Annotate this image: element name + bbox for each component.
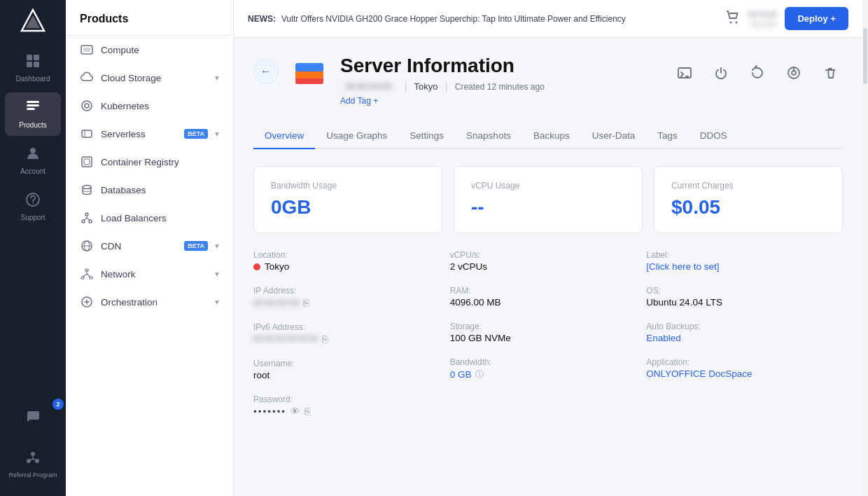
add-tag-link[interactable]: Add Tag + <box>340 96 378 106</box>
info-password: Password: ••••••• 👁 ⎘ <box>253 394 450 417</box>
svg-point-23 <box>83 186 91 189</box>
scrollbar-thumb <box>863 28 867 84</box>
tab-overview[interactable]: Overview <box>253 123 315 149</box>
container-registry-label: Container Registry <box>101 157 219 167</box>
svg-point-17 <box>85 104 89 108</box>
deploy-button[interactable]: Deploy + <box>785 7 848 30</box>
bandwidth-info-label: Bandwidth: <box>450 357 647 367</box>
user-balance: ••• ••,••• <box>748 10 776 20</box>
separator: | <box>404 81 407 93</box>
charges-label: Current Charges <box>671 181 825 191</box>
info-label-field: Label: [Click here to set] <box>646 250 843 272</box>
back-button[interactable]: ← <box>253 59 279 84</box>
username-value: root <box>253 370 450 380</box>
label-label: Label: <box>646 250 843 260</box>
load-balancers-label: Load Balancers <box>101 213 219 223</box>
sidebar-item-serverless[interactable]: Serverless BETA ▾ <box>66 120 233 148</box>
stats-row: Bandwidth Usage 0GB vCPU Usage -- Curren… <box>253 166 843 233</box>
referral-label: Referral Program <box>8 471 57 479</box>
tab-backups[interactable]: Backups <box>522 123 581 149</box>
nav-item-account[interactable]: Account <box>5 139 61 182</box>
stat-card-charges: Current Charges $0.05 <box>654 166 843 233</box>
chat-icon <box>25 408 41 427</box>
server-tabs: Overview Usage Graphs Settings Snapshots… <box>253 123 843 149</box>
nav-item-dashboard[interactable]: Dashboard <box>5 46 61 90</box>
ip-blurred: ••• ••• ••• ••• <box>253 298 299 308</box>
location-label: Location: <box>253 250 450 260</box>
nav-item-chat[interactable]: 2 <box>5 401 61 434</box>
app-logo[interactable] <box>19 7 47 35</box>
sidebar-item-container-registry[interactable]: Container Registry <box>66 148 233 176</box>
cdn-badge: BETA <box>184 241 208 251</box>
sidebar-item-databases[interactable]: Databases <box>66 176 233 204</box>
bandwidth-link[interactable]: 0 GB <box>450 369 472 380</box>
tab-tags[interactable]: Tags <box>646 123 689 149</box>
tab-usage-graphs[interactable]: Usage Graphs <box>315 123 398 149</box>
auto-backups-link[interactable]: Enabled <box>646 333 681 343</box>
account-label: Account <box>20 167 46 175</box>
tab-user-data[interactable]: User-Data <box>581 123 647 149</box>
stat-card-bandwidth: Bandwidth Usage 0GB <box>253 166 442 233</box>
databases-label: Databases <box>101 185 219 195</box>
server-area: ← Server Information ••• ••• ••• ••• | T… <box>234 38 862 496</box>
nav-item-support[interactable]: Support <box>5 185 61 228</box>
ram-label: RAM: <box>450 286 647 296</box>
compute-label: Compute <box>101 45 219 55</box>
username-label: Username: <box>253 359 450 368</box>
restart-icon[interactable] <box>745 60 770 85</box>
svg-point-35 <box>736 22 738 24</box>
media-icon[interactable] <box>781 60 806 85</box>
info-application: Application: ONLYOFFICE DocSpace <box>646 357 843 379</box>
application-link[interactable]: ONLYOFFICE DocSpace <box>646 368 752 379</box>
svg-point-18 <box>82 101 92 111</box>
user-balance-info: ••• ••,••• •••,••,••• <box>748 10 776 28</box>
ram-value: 4096.00 MB <box>450 297 647 308</box>
power-icon[interactable] <box>708 60 734 85</box>
kubernetes-label: Kubernetes <box>101 101 219 111</box>
scrollbar[interactable] <box>862 0 868 496</box>
svg-point-9 <box>30 148 36 153</box>
svg-rect-30 <box>85 269 88 271</box>
user-sub: •••,••,••• <box>748 20 776 28</box>
sidebar-item-compute[interactable]: Compute <box>66 36 233 64</box>
cloud-storage-icon <box>80 71 94 85</box>
top-right-area: ••• ••,••• •••,••,••• Deploy + <box>724 7 848 30</box>
tab-snapshots[interactable]: Snapshots <box>455 123 522 149</box>
cart-icon[interactable] <box>724 9 740 28</box>
network-icon <box>80 267 94 281</box>
tab-ddos[interactable]: DDOS <box>689 123 738 149</box>
os-label: OS: <box>646 286 843 296</box>
server-location: Tokyo <box>414 81 438 92</box>
svg-point-26 <box>89 220 92 223</box>
location-value: Tokyo <box>253 261 450 272</box>
nav-item-referral[interactable]: Referral Program <box>5 443 61 486</box>
back-icon: ← <box>260 65 272 78</box>
show-password-icon[interactable]: 👁 <box>290 406 300 417</box>
sidebar-item-cloud-storage[interactable]: Cloud Storage ▾ <box>66 64 233 92</box>
copy-ipv6-icon[interactable]: ⎘ <box>322 333 328 345</box>
set-label-link[interactable]: [Click here to set] <box>646 261 719 272</box>
sidebar-item-cdn[interactable]: CDN BETA ▾ <box>66 232 233 260</box>
copy-ip-icon[interactable]: ⎘ <box>303 297 309 308</box>
sidebar-item-load-balancers[interactable]: Load Balancers <box>66 204 233 232</box>
databases-icon <box>80 183 94 197</box>
console-icon[interactable] <box>672 60 697 85</box>
location-dot <box>253 263 260 270</box>
ip-value: ••• ••• ••• ••• ⎘ <box>253 297 450 308</box>
orchestration-arrow: ▾ <box>215 297 219 307</box>
sidebar-item-network[interactable]: Network ▾ <box>66 260 233 288</box>
svg-rect-21 <box>82 157 92 167</box>
tab-settings[interactable]: Settings <box>398 123 455 149</box>
nav-item-products[interactable]: Products <box>5 92 61 136</box>
products-label: Products <box>19 121 46 129</box>
main-content: NEWS: Vultr Offers NVIDIA GH200 Grace Ho… <box>234 0 862 496</box>
server-ip-blurred: ••• ••• ••• ••• <box>340 80 397 93</box>
sidebar-item-kubernetes[interactable]: Kubernetes <box>66 92 233 120</box>
copy-password-icon[interactable]: ⎘ <box>304 406 310 417</box>
sidebar-item-orchestration[interactable]: Orchestration ▾ <box>66 288 233 316</box>
vcpu-label: vCPU Usage <box>471 181 625 191</box>
svg-rect-3 <box>34 55 39 60</box>
svg-rect-39 <box>678 68 691 78</box>
bandwidth-value: 0GB <box>271 196 425 219</box>
delete-icon[interactable] <box>818 60 843 85</box>
